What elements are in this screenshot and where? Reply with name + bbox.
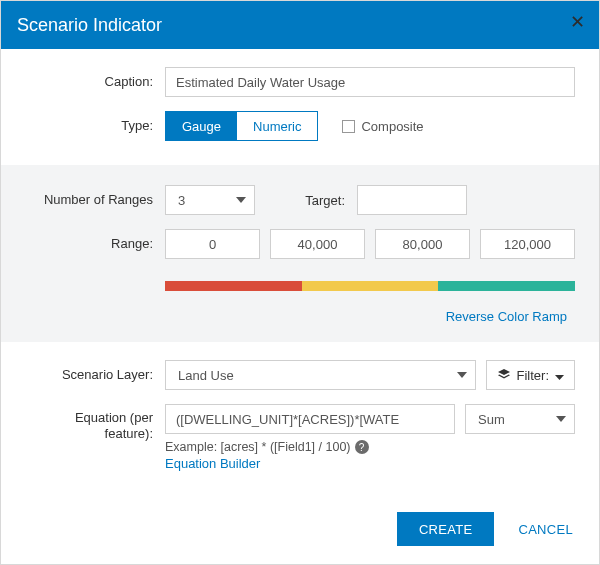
reverse-color-ramp-link[interactable]: Reverse Color Ramp — [446, 309, 567, 324]
dialog-footer: CREATE CANCEL — [1, 498, 599, 564]
chevron-down-icon — [555, 368, 564, 383]
range-label: Range: — [25, 236, 165, 252]
titlebar: Scenario Indicator ✕ — [1, 1, 599, 49]
target-label: Target: — [285, 193, 357, 208]
filter-label: Filter: — [517, 368, 550, 383]
range-input-2[interactable] — [375, 229, 470, 259]
ramp-row — [25, 273, 575, 303]
range-row: Range: — [25, 229, 575, 259]
top-section: Caption: Type: Gauge Numeric Composite — [1, 49, 599, 161]
caption-input[interactable] — [165, 67, 575, 97]
create-button[interactable]: CREATE — [397, 512, 495, 546]
num-ranges-select[interactable]: 3 — [165, 185, 255, 215]
bottom-section: Scenario Layer: Land Use — [1, 342, 599, 491]
caption-row: Caption: — [25, 67, 575, 97]
num-ranges-value: 3 — [178, 193, 185, 208]
type-segmented: Gauge Numeric — [165, 111, 318, 141]
aggregation-select[interactable]: Sum — [465, 404, 575, 434]
num-ranges-label: Number of Ranges — [25, 192, 165, 208]
target-input[interactable] — [357, 185, 467, 215]
composite-checkbox[interactable]: Composite — [342, 119, 423, 134]
scenario-layer-label: Scenario Layer: — [25, 367, 165, 383]
aggregation-value: Sum — [478, 412, 505, 427]
equation-example: Example: [acres] * ([Field1] / 100) ? — [165, 440, 369, 454]
equation-builder-link[interactable]: Equation Builder — [165, 456, 260, 471]
equation-row: Equation (per feature): Sum Example: [ac… — [25, 404, 575, 471]
dialog-title: Scenario Indicator — [17, 15, 162, 36]
chevron-down-icon — [556, 416, 566, 422]
layers-icon — [497, 368, 511, 382]
scenario-layer-value: Land Use — [178, 368, 234, 383]
dialog-body: Caption: Type: Gauge Numeric Composite — [1, 49, 599, 498]
chevron-down-icon — [457, 372, 467, 378]
type-numeric-button[interactable]: Numeric — [237, 112, 317, 140]
range-input-3[interactable] — [480, 229, 575, 259]
type-gauge-button[interactable]: Gauge — [166, 112, 237, 140]
chevron-down-icon — [236, 197, 246, 203]
range-input-0[interactable] — [165, 229, 260, 259]
type-row: Type: Gauge Numeric Composite — [25, 111, 575, 141]
num-ranges-row: Number of Ranges 3 Target: — [25, 185, 575, 215]
equation-label: Equation (per feature): — [25, 404, 165, 443]
checkbox-icon — [342, 120, 355, 133]
scenario-indicator-dialog: Scenario Indicator ✕ Caption: Type: Gaug… — [0, 0, 600, 565]
help-icon[interactable]: ? — [355, 440, 369, 454]
caption-label: Caption: — [25, 74, 165, 90]
scenario-layer-row: Scenario Layer: Land Use — [25, 360, 575, 390]
type-label: Type: — [25, 118, 165, 134]
reverse-ramp-row: Reverse Color Ramp — [25, 309, 567, 324]
filter-button[interactable]: Filter: — [486, 360, 576, 390]
cancel-button[interactable]: CANCEL — [512, 521, 579, 538]
close-icon[interactable]: ✕ — [570, 13, 585, 31]
scenario-layer-select[interactable]: Land Use — [165, 360, 476, 390]
equation-input[interactable] — [165, 404, 455, 434]
color-ramp — [165, 281, 575, 291]
composite-label: Composite — [361, 119, 423, 134]
range-input-1[interactable] — [270, 229, 365, 259]
ranges-panel: Number of Ranges 3 Target: Range: — [1, 165, 599, 342]
